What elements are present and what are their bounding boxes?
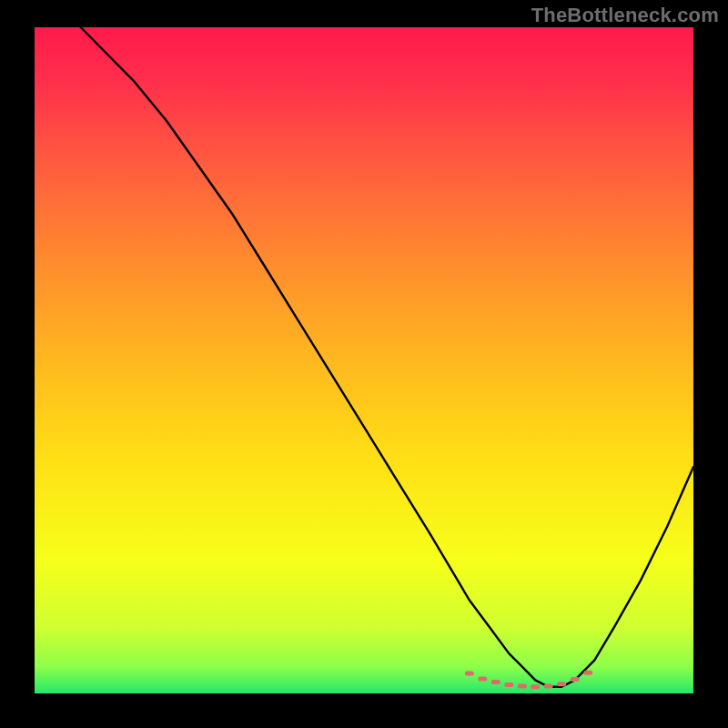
plot-area	[35, 27, 693, 693]
highlight-marker	[491, 680, 500, 684]
highlight-marker	[544, 683, 553, 688]
highlight-marker	[478, 676, 487, 681]
highlight-marker	[583, 671, 592, 675]
highlight-marker	[504, 682, 513, 687]
highlight-marker	[557, 682, 566, 686]
watermark-label: TheBottleneck.com	[531, 4, 719, 27]
highlight-marker	[465, 672, 474, 676]
chart-svg	[35, 27, 693, 693]
highlight-marker	[518, 683, 527, 688]
chart-frame: TheBottleneck.com	[0, 0, 728, 728]
highlight-marker	[531, 684, 540, 689]
highlight-marker	[571, 677, 580, 682]
gradient-background	[35, 27, 693, 693]
